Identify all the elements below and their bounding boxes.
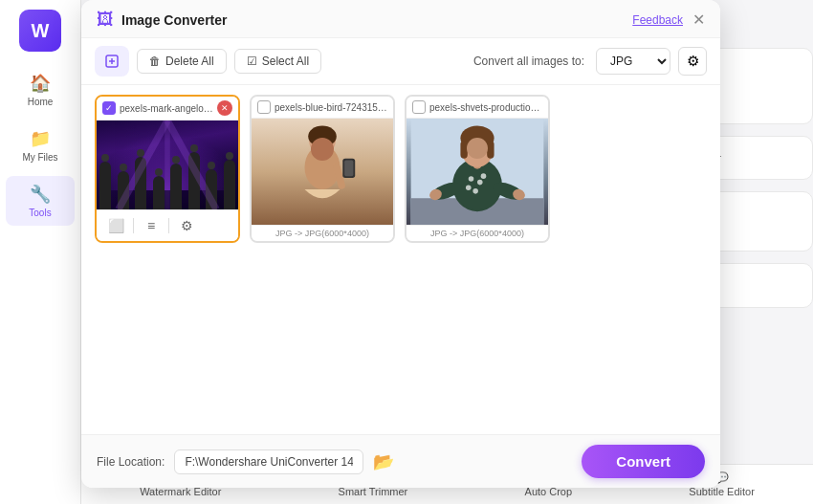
delete-all-button[interactable]: 🗑 Delete All	[137, 49, 227, 74]
select-all-button[interactable]: ☑ Select All	[234, 49, 321, 74]
presenter-silhouette	[406, 119, 548, 225]
svg-point-20	[466, 185, 472, 190]
browse-folder-button[interactable]: 📂	[373, 451, 394, 472]
app-logo: W	[19, 10, 61, 52]
folder-icon: 📁	[30, 128, 51, 149]
action-separator	[133, 218, 134, 233]
file-location-label: File Location:	[97, 455, 165, 469]
convert-all-label: Convert all images to:	[473, 55, 584, 68]
sidebar-item-tools[interactable]: 🔧 Tools	[6, 176, 75, 226]
dialog-icon: 🖼	[97, 10, 114, 30]
svg-rect-13	[344, 160, 353, 176]
svg-point-10	[308, 125, 337, 146]
woman-silhouette	[252, 119, 393, 225]
image-card-1-header: pexels-blue-bird-7243156...	[252, 97, 393, 119]
image-card-2-checkbox[interactable]	[412, 100, 426, 114]
image-card-1: pexels-blue-bird-7243156...	[250, 95, 395, 243]
add-icon	[101, 51, 122, 72]
svg-point-22	[472, 188, 478, 194]
dialog-close-button[interactable]: ✕	[692, 12, 705, 28]
add-image-button[interactable]	[95, 46, 129, 77]
crop-button[interactable]: ⬜	[104, 214, 127, 237]
folder-open-icon: 📂	[373, 452, 394, 471]
card-settings-button[interactable]: ⚙	[175, 214, 198, 237]
dialog-titlebar: 🖼 Image Converter Feedback ✕	[81, 0, 720, 38]
image-card-2-thumb	[406, 119, 548, 225]
svg-line-5	[119, 121, 167, 209]
format-select[interactable]: JPG PNG BMP WEBP GIF TIFF	[596, 48, 670, 75]
home-icon: 🏠	[30, 73, 51, 94]
svg-point-19	[477, 180, 483, 186]
sidebar-item-home[interactable]: 🏠 Home	[6, 65, 75, 115]
image-card-0-header: pexels-mark-angelo-sam... ✕	[97, 97, 238, 121]
image-card-2-filename: pexels-shvets-production-...	[429, 102, 542, 113]
image-card-2-header: pexels-shvets-production-...	[406, 97, 548, 119]
image-card-1-info: JPG -> JPG(6000*4000)	[252, 225, 393, 241]
dialog-footer: File Location: 📂 Convert	[81, 434, 720, 488]
image-grid: pexels-mark-angelo-sam... ✕	[81, 85, 720, 434]
delete-icon: 🗑	[149, 55, 161, 68]
sidebar-item-home-label: Home	[28, 97, 54, 107]
image-card-0-actions: ⬜ ≡ ⚙	[97, 209, 238, 241]
image-card-1-thumb	[252, 119, 393, 225]
image-card-0-close[interactable]: ✕	[217, 100, 232, 116]
svg-point-18	[469, 176, 474, 182]
convert-button[interactable]: Convert	[582, 445, 705, 478]
image-converter-dialog: 🖼 Image Converter Feedback ✕ 🗑 Delete Al…	[81, 0, 720, 488]
select-all-label: Select All	[262, 55, 309, 68]
image-card-0-checkbox[interactable]	[102, 101, 116, 115]
feedback-link[interactable]: Feedback	[632, 13, 683, 27]
concert-thumbnail	[97, 121, 238, 209]
sidebar-item-tools-label: Tools	[29, 208, 51, 218]
dialog-titlebar-right: Feedback ✕	[632, 12, 705, 28]
svg-rect-27	[487, 141, 494, 159]
image-card-2: pexels-shvets-production-...	[405, 95, 550, 243]
select-icon: ☑	[247, 55, 257, 68]
action-separator-2	[168, 218, 169, 233]
dialog-toolbar: 🗑 Delete All ☑ Select All Convert all im…	[81, 38, 720, 85]
image-card-0: pexels-mark-angelo-sam... ✕	[95, 95, 240, 243]
svg-rect-26	[460, 141, 467, 159]
image-card-1-filename: pexels-blue-bird-7243156...	[275, 102, 387, 113]
settings-icon: ⚙	[687, 53, 699, 70]
image-card-0-thumb	[97, 121, 238, 209]
sidebar: W 🏠 Home 📁 My Files 🔧 Tools	[0, 0, 81, 504]
image-card-0-filename: pexels-mark-angelo-sam...	[120, 103, 213, 114]
svg-line-7	[167, 121, 216, 209]
sidebar-item-myfiles[interactable]: 📁 My Files	[6, 121, 75, 170]
light-beams	[97, 121, 238, 209]
svg-point-21	[481, 173, 487, 179]
sidebar-item-myfiles-label: My Files	[22, 152, 57, 163]
delete-all-label: Delete All	[165, 55, 214, 68]
file-path-input[interactable]	[174, 449, 363, 474]
image-card-2-info: JPG -> JPG(6000*4000)	[406, 225, 548, 241]
format-settings-button[interactable]: ⚙	[678, 47, 707, 76]
dialog-title: Image Converter	[121, 12, 227, 28]
phone-woman-thumbnail	[252, 119, 393, 225]
menu-button[interactable]: ≡	[140, 214, 163, 237]
tools-icon: 🔧	[30, 184, 51, 205]
presenter-thumbnail	[406, 119, 548, 225]
image-card-1-checkbox[interactable]	[257, 100, 271, 114]
